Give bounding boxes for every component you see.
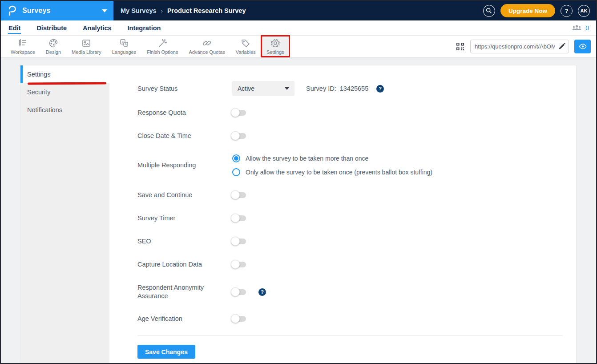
collaborators-count: 0 [585,24,589,32]
tab-integration[interactable]: Integration [127,22,161,34]
seo-toggle[interactable] [232,239,246,244]
survey-timer-toggle[interactable] [232,215,246,221]
capture-location-toggle[interactable] [232,262,246,267]
top-header: Surveys My Surveys › Product Research Su… [1,1,596,20]
toolbar-item-advance-quotas[interactable]: Advance Quotas [183,36,230,57]
people-icon [572,24,582,31]
advance-quotas-icon [202,38,212,49]
toggle-knob [231,314,240,323]
radio-allow-multiple[interactable]: Allow the survey to be taken more than o… [232,154,432,162]
toolbar-item-settings[interactable]: Settings [261,36,290,57]
toolbar-label: Variables [236,49,256,55]
survey-id: Survey ID: 13425655 ? [306,85,384,93]
workspace-icon [17,38,28,49]
multiple-responding-label: Multiple Responding [137,161,232,170]
save-and-continue-row: Save and Continue [137,186,563,204]
toolbar-item-finish-options[interactable]: Finish Options [141,36,183,57]
toggle-knob [231,260,240,269]
toolbar-label: Workspace [11,49,35,55]
respondent-anonymity-label: Respondent Anonymity Assurance [137,283,232,300]
sidebar-item-label: Settings [27,71,50,78]
radio-only-once[interactable]: Only allow the survey to be taken once (… [232,168,432,176]
survey-id-value: 13425655 [340,85,369,92]
media-library-icon [81,38,92,49]
close-date-label: Close Date & Time [137,132,232,140]
questionpro-logo-icon [7,5,18,16]
toolbar-label: Advance Quotas [189,49,225,55]
preview-survey-button[interactable] [574,40,591,53]
svg-text:A: A [125,43,127,46]
toggle-knob [231,190,240,199]
survey-status-row: Survey Status Active Survey ID: 13425655… [137,80,563,97]
response-quota-toggle[interactable] [232,110,246,116]
toggle-knob [231,214,240,222]
content-divider [137,336,563,336]
age-verification-label: Age Verification [137,315,232,323]
breadcrumb-parent[interactable]: My Surveys [121,7,157,14]
response-quota-label: Response Quota [137,109,232,117]
toolbar-item-variables[interactable]: Variables [230,36,261,57]
survey-id-help-icon[interactable]: ? [376,85,384,93]
pencil-icon [558,42,566,50]
workarea: Settings Security Notifications Survey S… [1,58,596,363]
tab-distribute[interactable]: Distribute [36,22,67,34]
avatar[interactable]: AK [578,5,590,17]
save-changes-button[interactable]: Save Changes [137,345,195,359]
close-date-toggle[interactable] [232,133,246,139]
toolbar-label: Settings [266,49,284,55]
age-verification-row: Age Verification [137,310,563,328]
languages-icon: x A [119,38,129,49]
collaborators-indicator[interactable]: 0 [572,24,589,32]
radio-unselected-icon [232,168,240,176]
settings-side-nav: Settings Security Notifications [20,65,109,363]
toolbar-label: Finish Options [147,49,178,55]
toolbar-label: Design [46,49,61,55]
toolbar-item-languages[interactable]: x A Languages [107,36,141,57]
age-verification-toggle[interactable] [232,316,246,322]
toolbar-item-workspace[interactable]: Workspace [5,36,40,57]
settings-icon [270,38,281,49]
header-actions: Upgrade Now ? AK [483,4,596,17]
survey-url-input[interactable] [470,40,569,53]
tab-edit[interactable]: Edit [8,22,21,34]
edit-url-button[interactable] [558,42,566,50]
product-switcher[interactable]: Surveys [1,1,113,20]
qr-code-button[interactable] [456,42,465,51]
survey-id-label: Survey ID: [306,85,336,92]
questionpro-settings-page: Surveys My Surveys › Product Research Su… [0,0,597,364]
close-date-row: Close Date & Time [137,127,563,145]
settings-card: Settings Security Notifications Survey S… [20,65,576,363]
respondent-anonymity-help-icon[interactable]: ? [258,288,266,296]
upgrade-now-button[interactable]: Upgrade Now [500,4,555,17]
save-and-continue-toggle[interactable] [232,192,246,198]
search-button[interactable] [483,5,495,17]
capture-location-label: Capture Location Data [137,260,232,269]
survey-timer-row: Survey Timer [137,209,563,227]
multiple-responding-options: Allow the survey to be taken more than o… [232,154,432,176]
search-icon [486,8,492,14]
survey-status-value: Active [238,85,254,92]
respondent-anonymity-toggle[interactable] [232,289,246,295]
tab-analytics[interactable]: Analytics [82,22,112,34]
help-button[interactable]: ? [561,5,573,17]
toolbar-label: Languages [112,49,136,55]
toolbar-item-design[interactable]: Design [40,36,66,57]
survey-status-label: Survey Status [137,85,232,93]
toggle-knob [231,131,240,140]
sidebar-item-settings[interactable]: Settings [20,65,109,83]
sidebar-item-notifications[interactable]: Notifications [20,101,109,119]
survey-toolbar: Workspace Design Media Library x A [1,36,596,58]
sidebar-item-security[interactable]: Security [20,83,109,101]
finish-options-icon [157,38,168,49]
toggle-knob [231,108,240,117]
seo-row: SEO [137,232,563,250]
survey-status-select[interactable]: Active [232,81,294,96]
breadcrumb-current: Product Research Survey [167,7,246,14]
main-tab-bar: Edit Distribute Analytics Integration 0 [1,20,596,36]
survey-url-field-wrap [470,40,569,53]
toolbar-share-controls [456,36,593,57]
design-icon [48,38,59,49]
toolbar-item-media-library[interactable]: Media Library [66,36,107,57]
eye-icon [579,44,587,49]
seo-label: SEO [137,237,232,246]
